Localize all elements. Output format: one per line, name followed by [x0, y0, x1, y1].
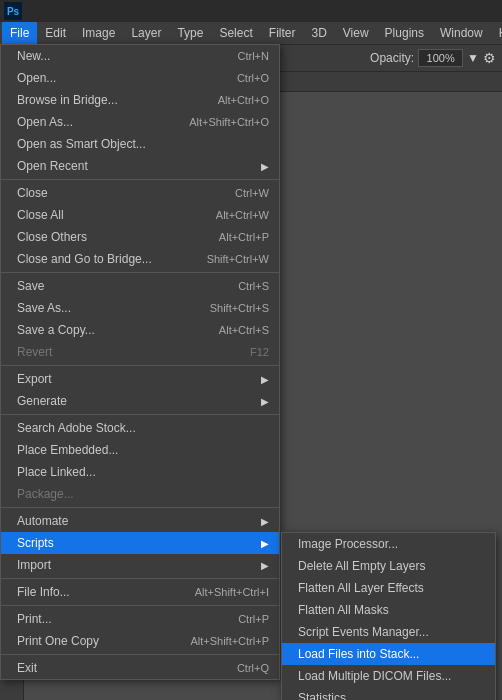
menu-item-exit-shortcut: Ctrl+Q — [237, 662, 269, 674]
menu-bar: File Edit Image Layer Type Select Filter… — [0, 22, 502, 44]
menu-item-exit[interactable]: Exit Ctrl+Q — [1, 657, 279, 679]
submenu-item-load-files-stack-label: Load Files into Stack... — [298, 647, 419, 661]
top-bar: Ps — [0, 0, 502, 22]
menu-item-print-one[interactable]: Print One Copy Alt+Shift+Ctrl+P — [1, 630, 279, 652]
menu-item-export-label: Export — [17, 372, 52, 386]
menu-3d[interactable]: 3D — [303, 22, 334, 44]
separator-2 — [1, 272, 279, 273]
menu-plugins[interactable]: Plugins — [377, 22, 432, 44]
menu-item-search-stock-label: Search Adobe Stock... — [17, 421, 136, 435]
menu-item-print[interactable]: Print... Ctrl+P — [1, 608, 279, 630]
menu-item-automate-label: Automate — [17, 514, 68, 528]
separator-7 — [1, 605, 279, 606]
menu-select[interactable]: Select — [211, 22, 260, 44]
menu-item-open-as[interactable]: Open As... Alt+Shift+Ctrl+O — [1, 111, 279, 133]
menu-item-place-linked[interactable]: Place Linked... — [1, 461, 279, 483]
menu-item-close-others-label: Close Others — [17, 230, 87, 244]
menu-item-open-recent-label: Open Recent — [17, 159, 88, 173]
gear-icon[interactable]: ⚙ — [483, 50, 496, 66]
separator-4 — [1, 414, 279, 415]
menu-item-generate[interactable]: Generate ▶ — [1, 390, 279, 412]
menu-item-print-one-shortcut: Alt+Shift+Ctrl+P — [190, 635, 269, 647]
menu-item-exit-label: Exit — [17, 661, 37, 675]
menu-image[interactable]: Image — [74, 22, 123, 44]
menu-item-open-recent[interactable]: Open Recent ▶ — [1, 155, 279, 177]
menu-item-new-shortcut: Ctrl+N — [238, 50, 269, 62]
menu-view[interactable]: View — [335, 22, 377, 44]
menu-item-place-embedded-label: Place Embedded... — [17, 443, 118, 457]
menu-item-export[interactable]: Export ▶ — [1, 368, 279, 390]
menu-item-save-as[interactable]: Save As... Shift+Ctrl+S — [1, 297, 279, 319]
menu-item-new[interactable]: New... Ctrl+N — [1, 45, 279, 67]
scripts-arrow: ▶ — [261, 538, 269, 549]
menu-item-revert-shortcut: F12 — [250, 346, 269, 358]
scripts-submenu: Image Processor... Delete All Empty Laye… — [281, 532, 496, 700]
menu-item-package[interactable]: Package... — [1, 483, 279, 505]
menu-item-save[interactable]: Save Ctrl+S — [1, 275, 279, 297]
submenu-item-statistics[interactable]: Statistics... — [282, 687, 495, 700]
menu-item-close-bridge-shortcut: Shift+Ctrl+W — [207, 253, 269, 265]
menu-item-import-label: Import — [17, 558, 51, 572]
menu-file[interactable]: File — [2, 22, 37, 44]
submenu-item-delete-empty-layers[interactable]: Delete All Empty Layers — [282, 555, 495, 577]
submenu-item-load-dicom-label: Load Multiple DICOM Files... — [298, 669, 451, 683]
open-recent-arrow: ▶ — [261, 161, 269, 172]
menu-window[interactable]: Window — [432, 22, 491, 44]
menu-item-automate[interactable]: Automate ▶ — [1, 510, 279, 532]
menu-item-import[interactable]: Import ▶ — [1, 554, 279, 576]
submenu-item-load-dicom[interactable]: Load Multiple DICOM Files... — [282, 665, 495, 687]
menu-item-close[interactable]: Close Ctrl+W — [1, 182, 279, 204]
menu-item-close-others[interactable]: Close Others Alt+Ctrl+P — [1, 226, 279, 248]
menu-item-revert-label: Revert — [17, 345, 52, 359]
menu-item-revert[interactable]: Revert F12 — [1, 341, 279, 363]
menu-item-package-label: Package... — [17, 487, 74, 501]
menu-item-browse-bridge-label: Browse in Bridge... — [17, 93, 118, 107]
menu-item-print-label: Print... — [17, 612, 52, 626]
menu-item-save-as-label: Save As... — [17, 301, 71, 315]
separator-6 — [1, 578, 279, 579]
menu-layer[interactable]: Layer — [123, 22, 169, 44]
menu-item-open-smart-label: Open as Smart Object... — [17, 137, 146, 151]
menu-item-close-all-shortcut: Alt+Ctrl+W — [216, 209, 269, 221]
menu-item-print-shortcut: Ctrl+P — [238, 613, 269, 625]
menu-item-save-copy[interactable]: Save a Copy... Alt+Ctrl+S — [1, 319, 279, 341]
submenu-item-statistics-label: Statistics... — [298, 691, 356, 700]
menu-item-file-info-label: File Info... — [17, 585, 70, 599]
menu-item-generate-label: Generate — [17, 394, 67, 408]
menu-item-place-embedded[interactable]: Place Embedded... — [1, 439, 279, 461]
opacity-dropdown-icon[interactable]: ▼ — [467, 51, 479, 65]
menu-item-save-copy-label: Save a Copy... — [17, 323, 95, 337]
menu-filter[interactable]: Filter — [261, 22, 304, 44]
submenu-item-load-files-stack[interactable]: Load Files into Stack... — [282, 643, 495, 665]
menu-item-close-bridge-label: Close and Go to Bridge... — [17, 252, 152, 266]
submenu-item-image-processor[interactable]: Image Processor... — [282, 533, 495, 555]
opacity-label: Opacity: — [370, 51, 414, 65]
menu-item-save-copy-shortcut: Alt+Ctrl+S — [219, 324, 269, 336]
menu-item-file-info-shortcut: Alt+Shift+Ctrl+I — [195, 586, 269, 598]
submenu-item-script-events[interactable]: Script Events Manager... — [282, 621, 495, 643]
menu-item-place-linked-label: Place Linked... — [17, 465, 96, 479]
menu-type[interactable]: Type — [169, 22, 211, 44]
menu-item-search-stock[interactable]: Search Adobe Stock... — [1, 417, 279, 439]
menu-item-file-info[interactable]: File Info... Alt+Shift+Ctrl+I — [1, 581, 279, 603]
menu-item-browse-bridge[interactable]: Browse in Bridge... Alt+Ctrl+O — [1, 89, 279, 111]
menu-help[interactable]: Help — [491, 22, 502, 44]
menu-item-close-bridge[interactable]: Close and Go to Bridge... Shift+Ctrl+W — [1, 248, 279, 270]
menu-item-save-as-shortcut: Shift+Ctrl+S — [210, 302, 269, 314]
import-arrow: ▶ — [261, 560, 269, 571]
menu-edit[interactable]: Edit — [37, 22, 74, 44]
submenu-item-flatten-layer-effects[interactable]: Flatten All Layer Effects — [282, 577, 495, 599]
menu-item-open-as-shortcut: Alt+Shift+Ctrl+O — [189, 116, 269, 128]
menu-item-open[interactable]: Open... Ctrl+O — [1, 67, 279, 89]
menu-item-print-one-label: Print One Copy — [17, 634, 99, 648]
menu-item-save-shortcut: Ctrl+S — [238, 280, 269, 292]
file-dropdown: New... Ctrl+N Open... Ctrl+O Browse in B… — [0, 44, 280, 680]
menu-item-scripts[interactable]: Scripts ▶ Image Processor... Delete All … — [1, 532, 279, 554]
menu-item-open-smart[interactable]: Open as Smart Object... — [1, 133, 279, 155]
submenu-item-flatten-masks[interactable]: Flatten All Masks — [282, 599, 495, 621]
opacity-input[interactable] — [418, 49, 463, 67]
separator-1 — [1, 179, 279, 180]
generate-arrow: ▶ — [261, 396, 269, 407]
submenu-item-delete-empty-layers-label: Delete All Empty Layers — [298, 559, 425, 573]
menu-item-close-all[interactable]: Close All Alt+Ctrl+W — [1, 204, 279, 226]
